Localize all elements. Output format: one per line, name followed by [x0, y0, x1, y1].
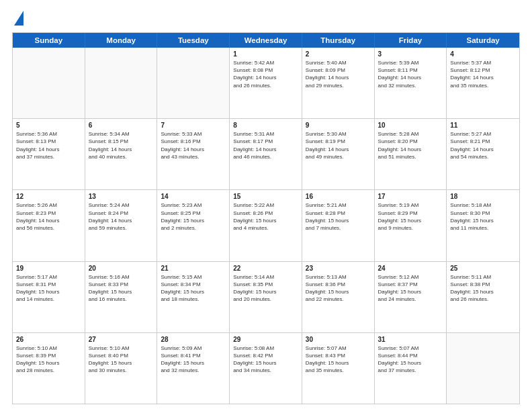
day-number: 19: [16, 265, 81, 272]
calendar-body: 1Sunrise: 5:42 AM Sunset: 8:08 PM Daylig…: [13, 48, 519, 404]
day-info: Sunrise: 5:30 AM Sunset: 8:19 PM Dayligh…: [306, 130, 371, 161]
day-info: Sunrise: 5:21 AM Sunset: 8:28 PM Dayligh…: [306, 201, 371, 232]
day-number: 10: [378, 122, 443, 129]
day-info: Sunrise: 5:31 AM Sunset: 8:17 PM Dayligh…: [233, 130, 298, 161]
day-number: 13: [89, 193, 154, 200]
weekday-header-monday: Monday: [85, 33, 158, 48]
day-info: Sunrise: 5:28 AM Sunset: 8:20 PM Dayligh…: [378, 130, 443, 161]
calendar-cell-r2-c1: 13Sunrise: 5:24 AM Sunset: 8:24 PM Dayli…: [85, 190, 158, 261]
calendar-cell-r0-c6: 4Sunrise: 5:37 AM Sunset: 8:12 PM Daylig…: [447, 48, 519, 118]
calendar-cell-r4-c6: [447, 333, 519, 404]
weekday-header-friday: Friday: [375, 33, 447, 48]
day-info: Sunrise: 5:10 AM Sunset: 8:39 PM Dayligh…: [16, 345, 81, 375]
day-info: Sunrise: 5:12 AM Sunset: 8:37 PM Dayligh…: [378, 273, 443, 304]
day-number: 15: [233, 193, 298, 200]
day-info: Sunrise: 5:11 AM Sunset: 8:38 PM Dayligh…: [450, 273, 516, 304]
calendar-cell-r2-c3: 15Sunrise: 5:22 AM Sunset: 8:26 PM Dayli…: [230, 190, 302, 261]
calendar-cell-r3-c1: 20Sunrise: 5:16 AM Sunset: 8:33 PM Dayli…: [85, 262, 158, 332]
logo: [12, 9, 24, 26]
calendar-cell-r3-c0: 19Sunrise: 5:17 AM Sunset: 8:31 PM Dayli…: [13, 262, 85, 332]
calendar-cell-r0-c5: 3Sunrise: 5:39 AM Sunset: 8:11 PM Daylig…: [375, 48, 447, 118]
day-info: Sunrise: 5:18 AM Sunset: 8:30 PM Dayligh…: [450, 201, 516, 232]
calendar-cell-r2-c0: 12Sunrise: 5:26 AM Sunset: 8:23 PM Dayli…: [13, 190, 85, 261]
day-number: 30: [306, 336, 371, 343]
weekday-header-thursday: Thursday: [302, 33, 375, 48]
day-number: 3: [378, 50, 443, 58]
day-number: 18: [450, 193, 516, 200]
day-number: 12: [16, 193, 81, 200]
day-info: Sunrise: 5:26 AM Sunset: 8:23 PM Dayligh…: [16, 201, 81, 232]
calendar-cell-r3-c6: 25Sunrise: 5:11 AM Sunset: 8:38 PM Dayli…: [447, 262, 519, 332]
calendar-row-2: 12Sunrise: 5:26 AM Sunset: 8:23 PM Dayli…: [13, 189, 519, 261]
calendar-row-3: 19Sunrise: 5:17 AM Sunset: 8:31 PM Dayli…: [13, 261, 519, 332]
calendar-cell-r4-c2: 28Sunrise: 5:09 AM Sunset: 8:41 PM Dayli…: [157, 333, 230, 404]
day-number: 7: [161, 122, 226, 129]
day-number: 21: [161, 265, 226, 272]
day-info: Sunrise: 5:14 AM Sunset: 8:35 PM Dayligh…: [233, 273, 298, 304]
calendar-cell-r3-c2: 21Sunrise: 5:15 AM Sunset: 8:34 PM Dayli…: [157, 262, 230, 332]
day-info: Sunrise: 5:15 AM Sunset: 8:34 PM Dayligh…: [161, 273, 226, 304]
weekday-header-wednesday: Wednesday: [230, 33, 302, 48]
calendar-cell-r1-c4: 9Sunrise: 5:30 AM Sunset: 8:19 PM Daylig…: [302, 119, 375, 189]
calendar-cell-r0-c2: [157, 48, 230, 118]
calendar-cell-r4-c1: 27Sunrise: 5:10 AM Sunset: 8:40 PM Dayli…: [85, 333, 158, 404]
logo-triangle-icon: [14, 11, 24, 26]
day-number: 20: [89, 265, 154, 272]
header: [12, 9, 520, 26]
calendar-cell-r4-c5: 31Sunrise: 5:07 AM Sunset: 8:44 PM Dayli…: [375, 333, 447, 404]
calendar-cell-r0-c1: [85, 48, 158, 118]
day-number: 22: [233, 265, 298, 272]
calendar-cell-r2-c5: 17Sunrise: 5:19 AM Sunset: 8:29 PM Dayli…: [375, 190, 447, 261]
calendar-cell-r2-c4: 16Sunrise: 5:21 AM Sunset: 8:28 PM Dayli…: [302, 190, 375, 261]
calendar-cell-r4-c0: 26Sunrise: 5:10 AM Sunset: 8:39 PM Dayli…: [13, 333, 85, 404]
day-info: Sunrise: 5:24 AM Sunset: 8:24 PM Dayligh…: [89, 201, 154, 232]
day-info: Sunrise: 5:22 AM Sunset: 8:26 PM Dayligh…: [233, 201, 298, 232]
day-number: 24: [378, 265, 443, 272]
calendar-cell-r0-c3: 1Sunrise: 5:42 AM Sunset: 8:08 PM Daylig…: [230, 48, 302, 118]
calendar-cell-r0-c4: 2Sunrise: 5:40 AM Sunset: 8:09 PM Daylig…: [302, 48, 375, 118]
day-number: 28: [161, 336, 226, 343]
day-number: 23: [306, 265, 371, 272]
calendar-row-0: 1Sunrise: 5:42 AM Sunset: 8:08 PM Daylig…: [13, 48, 519, 118]
day-number: 5: [16, 122, 81, 129]
day-info: Sunrise: 5:07 AM Sunset: 8:44 PM Dayligh…: [378, 345, 443, 375]
calendar-cell-r2-c6: 18Sunrise: 5:18 AM Sunset: 8:30 PM Dayli…: [447, 190, 519, 261]
day-number: 1: [233, 50, 298, 58]
day-info: Sunrise: 5:16 AM Sunset: 8:33 PM Dayligh…: [89, 273, 154, 304]
day-number: 11: [450, 122, 516, 129]
calendar: SundayMondayTuesdayWednesdayThursdayFrid…: [12, 32, 520, 404]
day-info: Sunrise: 5:09 AM Sunset: 8:41 PM Dayligh…: [161, 345, 226, 375]
day-info: Sunrise: 5:36 AM Sunset: 8:13 PM Dayligh…: [16, 130, 81, 161]
day-number: 8: [233, 122, 298, 129]
weekday-header-tuesday: Tuesday: [157, 33, 230, 48]
calendar-cell-r3-c5: 24Sunrise: 5:12 AM Sunset: 8:37 PM Dayli…: [375, 262, 447, 332]
day-info: Sunrise: 5:23 AM Sunset: 8:25 PM Dayligh…: [161, 201, 226, 232]
calendar-cell-r1-c1: 6Sunrise: 5:34 AM Sunset: 8:15 PM Daylig…: [85, 119, 158, 189]
calendar-header: SundayMondayTuesdayWednesdayThursdayFrid…: [13, 33, 519, 48]
day-info: Sunrise: 5:08 AM Sunset: 8:42 PM Dayligh…: [233, 345, 298, 375]
day-number: 6: [89, 122, 154, 129]
calendar-cell-r1-c2: 7Sunrise: 5:33 AM Sunset: 8:16 PM Daylig…: [157, 119, 230, 189]
day-number: 26: [16, 336, 81, 343]
calendar-cell-r1-c0: 5Sunrise: 5:36 AM Sunset: 8:13 PM Daylig…: [13, 119, 85, 189]
day-info: Sunrise: 5:13 AM Sunset: 8:36 PM Dayligh…: [306, 273, 371, 304]
day-info: Sunrise: 5:07 AM Sunset: 8:43 PM Dayligh…: [306, 345, 371, 375]
day-number: 27: [89, 336, 154, 343]
day-number: 29: [233, 336, 298, 343]
day-info: Sunrise: 5:19 AM Sunset: 8:29 PM Dayligh…: [378, 201, 443, 232]
day-number: 14: [161, 193, 226, 200]
day-number: 9: [306, 122, 371, 129]
page: SundayMondayTuesdayWednesdayThursdayFrid…: [0, 0, 532, 411]
day-info: Sunrise: 5:27 AM Sunset: 8:21 PM Dayligh…: [450, 130, 516, 161]
day-number: 17: [378, 193, 443, 200]
day-info: Sunrise: 5:34 AM Sunset: 8:15 PM Dayligh…: [89, 130, 154, 161]
weekday-header-saturday: Saturday: [447, 33, 519, 48]
calendar-cell-r3-c3: 22Sunrise: 5:14 AM Sunset: 8:35 PM Dayli…: [230, 262, 302, 332]
calendar-row-4: 26Sunrise: 5:10 AM Sunset: 8:39 PM Dayli…: [13, 332, 519, 404]
calendar-cell-r2-c2: 14Sunrise: 5:23 AM Sunset: 8:25 PM Dayli…: [157, 190, 230, 261]
day-info: Sunrise: 5:33 AM Sunset: 8:16 PM Dayligh…: [161, 130, 226, 161]
day-info: Sunrise: 5:17 AM Sunset: 8:31 PM Dayligh…: [16, 273, 81, 304]
day-number: 25: [450, 265, 516, 272]
day-number: 4: [450, 50, 516, 58]
calendar-cell-r1-c3: 8Sunrise: 5:31 AM Sunset: 8:17 PM Daylig…: [230, 119, 302, 189]
